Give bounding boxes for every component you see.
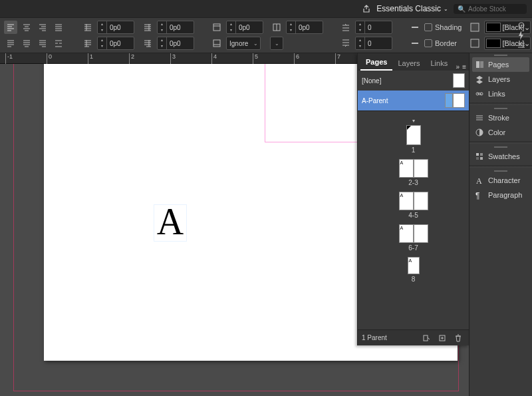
col-top-field[interactable]: ▴▾: [226, 21, 263, 34]
chevron-down-icon: ⌄: [444, 6, 448, 12]
pages-panel: Pages Layers Links » ≡ [None] A-Parent ▾…: [357, 53, 469, 345]
wrap-select[interactable]: Ignore⌄: [226, 37, 261, 50]
master-none[interactable]: [None]: [358, 71, 469, 91]
new-page-icon[interactable]: [436, 331, 449, 345]
align-right-icon[interactable]: [36, 21, 49, 34]
page-thumb[interactable]: A8: [408, 257, 420, 283]
master-a-thumb-right: [453, 93, 465, 108]
search-input[interactable]: [468, 5, 523, 13]
border-checkbox[interactable]: [424, 39, 432, 47]
inset-left-field[interactable]: ▴▾: [97, 21, 134, 34]
space-before-field[interactable]: ▴▾: [355, 21, 392, 34]
color-icon: [475, 128, 484, 137]
border-picker-icon[interactable]: [468, 37, 481, 50]
justify-left-icon[interactable]: [4, 37, 17, 50]
col-bot-field[interactable]: ▴▾: [286, 21, 323, 34]
shading-group: Shading Border: [408, 21, 462, 50]
links-icon: [475, 89, 484, 99]
svg-rect-6: [471, 39, 479, 47]
shading-rule-icon[interactable]: [408, 21, 422, 34]
workspace-dropdown[interactable]: Essentials Classic ⌄: [376, 4, 448, 13]
text-letter[interactable]: A: [154, 204, 187, 242]
align-center-icon[interactable]: [20, 21, 33, 34]
quick-apply-icon[interactable]: [515, 31, 528, 41]
master-a-parent[interactable]: A-Parent: [358, 91, 469, 110]
edit-page-icon[interactable]: [420, 331, 433, 345]
panel-collapse-icon[interactable]: »: [456, 63, 460, 71]
dock-item-character[interactable]: ACharacter: [469, 173, 532, 188]
character-icon: A: [475, 176, 484, 185]
svg-rect-4: [412, 43, 418, 44]
settings-icon[interactable]: [515, 21, 528, 31]
dock-item-paragraph[interactable]: ¶Paragraph: [469, 188, 532, 202]
pages-list[interactable]: ▾1A2-3A4-5A6-7A8: [358, 111, 469, 329]
page-thumb[interactable]: A4-5: [399, 192, 428, 219]
svg-rect-0: [213, 24, 220, 31]
dock-item-swatches[interactable]: Swatches: [469, 149, 532, 164]
svg-text:A: A: [476, 176, 482, 185]
justify-right-icon[interactable]: [36, 37, 49, 50]
work-area: -1 0 1 2 3 4 5 6 7 8 A PagesLayersLinksS…: [0, 53, 532, 396]
tab-links[interactable]: Links: [425, 56, 453, 71]
master-a-thumb-left: [445, 93, 453, 108]
svg-rect-3: [412, 27, 418, 28]
align-away-icon[interactable]: [52, 37, 65, 50]
paragraph-icon: ¶: [475, 190, 484, 200]
master-none-thumb: [453, 73, 465, 88]
border-label: Border: [435, 39, 457, 47]
space-after-field[interactable]: ▴▾: [355, 37, 392, 50]
align-group: [4, 21, 65, 50]
inset-bottom-icon: [81, 37, 94, 50]
svg-rect-9: [476, 61, 479, 68]
inset-group: ▴▾ ▴▾: [81, 21, 134, 50]
inset-right-icon: [141, 21, 154, 34]
inset-left-icon: [81, 21, 94, 34]
page-thumb[interactable]: A6-7: [399, 224, 428, 252]
space-before-icon: [339, 21, 352, 34]
col-group: ▴▾ Ignore⌄: [210, 21, 263, 50]
right-dock: PagesLayersLinksStrokeColorSwatchesAChar…: [469, 53, 532, 396]
svg-rect-16: [476, 157, 479, 160]
svg-rect-14: [476, 153, 479, 156]
search-icon: 🔍: [458, 5, 466, 13]
page-thumb[interactable]: A2-3: [399, 159, 428, 186]
dock-item-pages[interactable]: Pages: [472, 57, 529, 72]
svg-rect-1: [213, 40, 220, 47]
dock-item-stroke[interactable]: Stroke: [469, 110, 532, 125]
panel-menu-icon[interactable]: ≡: [462, 63, 466, 71]
page-thumb[interactable]: 1: [406, 125, 421, 154]
col-top-icon: [210, 21, 223, 34]
inset-bottom-field[interactable]: ▴▾: [97, 37, 134, 50]
control-bar: ▴▾ ▴▾ ▴▾ ▴▾ ▴▾ Ignore⌄ ▴▾: [0, 17, 532, 53]
inset-right2-field[interactable]: ▴▾: [157, 37, 194, 50]
stroke-icon: [475, 113, 484, 122]
workspace-label: Essentials Classic: [376, 4, 441, 13]
dock-item-color[interactable]: Color: [469, 125, 532, 140]
inset-group-2: ▴▾ ▴▾: [141, 21, 194, 50]
justify-center-icon[interactable]: [20, 37, 33, 50]
tab-layers[interactable]: Layers: [392, 56, 425, 71]
col-group-2: ▴▾ ⌄: [270, 21, 323, 50]
share-icon[interactable]: [362, 4, 371, 13]
wrap-chev-icon[interactable]: ⌄: [270, 37, 283, 50]
stock-search[interactable]: 🔍: [454, 4, 527, 14]
justify-full-icon[interactable]: [52, 21, 65, 34]
align-left-icon[interactable]: [4, 21, 17, 34]
tab-pages[interactable]: Pages: [360, 55, 392, 71]
svg-rect-10: [480, 61, 483, 68]
dock-item-links[interactable]: Links: [469, 87, 532, 101]
shading-checkbox[interactable]: [424, 23, 432, 31]
dock-item-layers[interactable]: Layers: [469, 72, 532, 87]
delete-page-icon[interactable]: [452, 331, 465, 345]
shading-label: Shading: [435, 23, 462, 31]
svg-rect-20: [424, 335, 428, 341]
layers-icon: [475, 75, 484, 84]
inset-right-field[interactable]: ▴▾: [157, 21, 194, 34]
panel-menu-icon[interactable]: [515, 40, 528, 50]
border-rule-icon[interactable]: [408, 37, 422, 50]
col-bot-icon: [270, 21, 283, 34]
shading-picker-icon[interactable]: [468, 21, 481, 34]
svg-rect-5: [471, 23, 479, 31]
svg-rect-15: [480, 153, 483, 156]
inset-right2-icon: [141, 37, 154, 50]
